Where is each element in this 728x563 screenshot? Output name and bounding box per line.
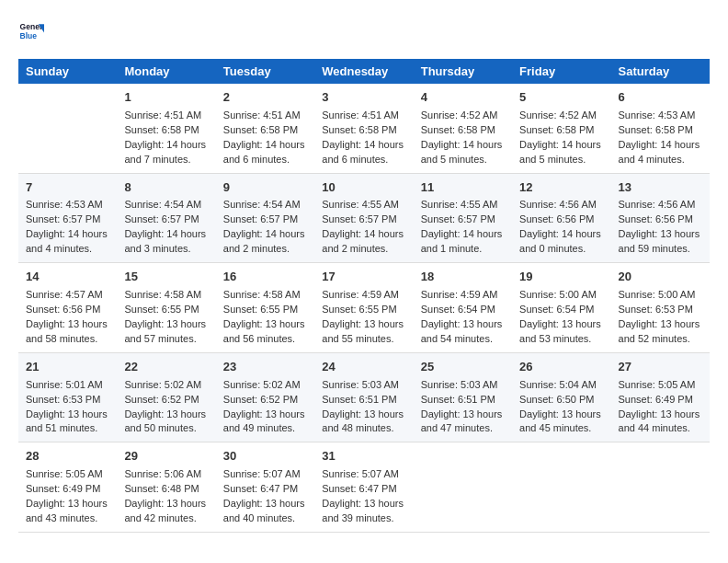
day-number: 19 [519,269,603,286]
day-info: and 3 minutes. [124,242,208,257]
cell-5-5 [414,442,512,533]
day-info: Sunset: 6:58 PM [322,123,405,138]
day-info: Sunset: 6:58 PM [124,123,208,138]
day-info: Sunset: 6:49 PM [26,482,109,497]
cell-4-5: 25Sunrise: 5:03 AMSunset: 6:51 PMDayligh… [414,352,512,442]
col-header-thursday: Thursday [414,59,512,84]
logo-icon: General Blue [18,18,44,44]
day-info: Daylight: 13 hours [519,317,603,332]
day-info: and 6 minutes. [322,153,405,167]
day-info: Daylight: 13 hours [619,227,702,242]
day-info: and 47 minutes. [421,421,505,436]
day-info: Sunrise: 4:54 AM [223,198,307,213]
day-info: Sunrise: 5:06 AM [124,467,208,482]
day-info: Sunrise: 5:03 AM [322,378,405,393]
day-info: Daylight: 13 hours [421,317,505,332]
day-info: and 58 minutes. [26,332,109,347]
day-info: Sunrise: 4:53 AM [619,109,702,123]
day-info: Sunrise: 5:02 AM [223,378,307,393]
day-info: Sunset: 6:57 PM [421,213,505,227]
day-info: Sunrise: 4:51 AM [322,109,405,123]
day-info: and 4 minutes. [26,242,109,257]
day-info: Sunrise: 4:55 AM [322,198,405,213]
day-number: 23 [223,359,307,376]
cell-4-1: 21Sunrise: 5:01 AMSunset: 6:53 PMDayligh… [18,352,117,442]
day-info: and 51 minutes. [26,421,109,436]
cell-3-7: 20Sunrise: 5:00 AMSunset: 6:53 PMDayligh… [611,263,710,353]
day-number: 12 [519,179,603,197]
day-number: 25 [421,359,505,376]
day-info: Sunrise: 4:58 AM [223,288,307,303]
cell-5-6 [512,442,610,533]
day-info: Sunset: 6:56 PM [26,303,109,317]
day-info: and 0 minutes. [519,242,603,257]
day-number: 27 [619,359,702,376]
day-info: Sunset: 6:53 PM [619,303,702,317]
day-info: Sunrise: 4:53 AM [26,198,109,213]
day-info: Daylight: 13 hours [26,497,109,511]
day-info: Daylight: 14 hours [519,227,603,242]
cell-5-1: 28Sunrise: 5:05 AMSunset: 6:49 PMDayligh… [18,442,117,533]
day-number: 30 [223,448,307,465]
day-number: 3 [322,89,405,107]
day-number: 21 [26,359,109,376]
day-info: Daylight: 13 hours [421,408,505,422]
col-header-friday: Friday [512,59,610,84]
day-info: Daylight: 13 hours [519,408,603,422]
day-info: and 45 minutes. [519,421,603,436]
day-number: 24 [322,359,405,376]
cell-4-6: 26Sunrise: 5:04 AMSunset: 6:50 PMDayligh… [512,352,610,442]
day-info: and 43 minutes. [26,511,109,526]
day-info: Sunset: 6:52 PM [124,393,208,408]
day-info: Daylight: 13 hours [322,408,405,422]
cell-3-2: 15Sunrise: 4:58 AMSunset: 6:55 PMDayligh… [117,263,215,353]
day-info: Sunset: 6:57 PM [26,213,109,227]
day-number: 11 [421,179,505,197]
day-info: Sunset: 6:55 PM [223,303,307,317]
day-info: Sunrise: 4:51 AM [223,109,307,123]
cell-2-1: 7Sunrise: 4:53 AMSunset: 6:57 PMDaylight… [18,173,117,263]
day-info: and 44 minutes. [619,421,702,436]
day-number: 10 [322,179,405,197]
day-number: 17 [322,269,405,286]
day-number: 22 [124,359,208,376]
day-info: Daylight: 14 hours [223,227,307,242]
cell-3-4: 17Sunrise: 4:59 AMSunset: 6:55 PMDayligh… [314,263,413,353]
col-header-sunday: Sunday [18,59,117,84]
day-number: 5 [519,89,603,107]
day-info: Sunrise: 5:05 AM [619,378,702,393]
week-row-2: 7Sunrise: 4:53 AMSunset: 6:57 PMDaylight… [18,173,710,263]
day-info: and 56 minutes. [223,332,307,347]
day-info: Sunset: 6:54 PM [519,303,603,317]
col-header-saturday: Saturday [611,59,710,84]
day-info: and 39 minutes. [322,511,405,526]
day-info: Sunset: 6:56 PM [619,213,702,227]
col-header-monday: Monday [117,59,215,84]
cell-1-7: 6Sunrise: 4:53 AMSunset: 6:58 PMDaylight… [611,84,710,173]
day-info: Sunset: 6:52 PM [223,393,307,408]
day-info: Daylight: 14 hours [322,227,405,242]
day-info: Daylight: 14 hours [519,138,603,153]
day-info: Sunset: 6:51 PM [421,393,505,408]
cell-2-7: 13Sunrise: 4:56 AMSunset: 6:56 PMDayligh… [611,173,710,263]
cell-1-4: 3Sunrise: 4:51 AMSunset: 6:58 PMDaylight… [314,84,413,173]
day-number: 2 [223,89,307,107]
day-info: Sunrise: 4:58 AM [124,288,208,303]
day-info: Sunset: 6:55 PM [124,303,208,317]
day-info: and 2 minutes. [223,242,307,257]
day-info: Sunrise: 4:54 AM [124,198,208,213]
cell-2-5: 11Sunrise: 4:55 AMSunset: 6:57 PMDayligh… [414,173,512,263]
day-info: Sunset: 6:58 PM [421,123,505,138]
header-row: SundayMondayTuesdayWednesdayThursdayFrid… [18,59,710,84]
cell-1-5: 4Sunrise: 4:52 AMSunset: 6:58 PMDaylight… [414,84,512,173]
day-info: Sunset: 6:49 PM [619,393,702,408]
day-info: Sunset: 6:53 PM [26,393,109,408]
day-info: and 40 minutes. [223,511,307,526]
day-info: Daylight: 13 hours [223,317,307,332]
day-info: Daylight: 13 hours [223,408,307,422]
day-info: Daylight: 13 hours [26,408,109,422]
day-number: 15 [124,269,208,286]
day-info: Daylight: 13 hours [124,317,208,332]
day-number: 7 [26,179,109,197]
day-info: Daylight: 13 hours [223,497,307,511]
